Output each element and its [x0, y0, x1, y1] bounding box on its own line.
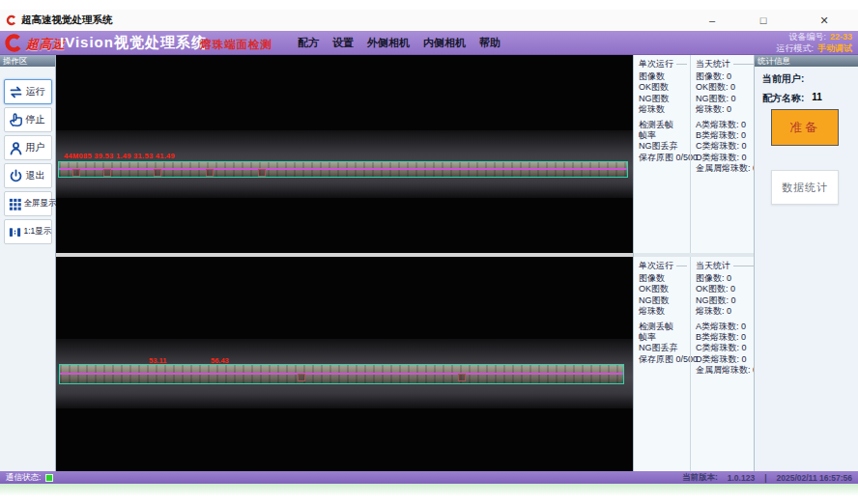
- status-bar: 通信状态: 当前版本: 1.0.123 | 2025/02/11 16:57:5…: [0, 471, 858, 484]
- detection-roi-box: [59, 364, 624, 384]
- stat-row: 金属屑熔珠数: 0: [696, 163, 758, 174]
- app-window: 超高速视觉处理系统 – □ ✕ 超高速 IVision视觉处理系统 熔珠端面检测…: [0, 0, 858, 504]
- stat-row: 图像数: 0: [696, 273, 758, 284]
- stat-row: 图像数: 0: [696, 71, 758, 82]
- stat-row: 熔珠数: 0: [696, 306, 758, 317]
- main-menu: 配方设置外侧相机内侧相机帮助: [298, 31, 500, 54]
- comm-status-indicator: [45, 474, 53, 482]
- device-number-row: 设备编号: 22-33: [776, 32, 852, 43]
- stat-row: 检测丢帧: [639, 322, 690, 332]
- status-separator: |: [764, 473, 766, 483]
- outer-camera-stats: 单次运行 图像数OK图数NG图数熔珠数检测丢帧帧率NG图丢弃保存原图 0/500…: [634, 55, 754, 253]
- stat-row: NG图丢弃: [639, 141, 690, 152]
- prepare-button[interactable]: 准备: [771, 109, 839, 146]
- menu-item[interactable]: 外侧相机: [367, 36, 410, 50]
- stat-row: 帧率: [639, 332, 690, 343]
- menu-item[interactable]: 配方: [298, 36, 319, 50]
- comm-status-label: 通信状态:: [6, 472, 41, 484]
- inner-camera-stats: 单次运行 图像数OK图数NG图数熔珠数检测丢帧帧率NG图丢弃保存原图 0/500…: [634, 257, 754, 471]
- stat-row: 检测丢帧: [639, 120, 690, 130]
- stat-row: NG图数: 0: [696, 94, 758, 104]
- stat-row: NG图数: [639, 94, 690, 104]
- stat-row: OK图数: [639, 82, 690, 93]
- datetime: 2025/02/11 16:57:56: [777, 473, 852, 483]
- stat-row: 图像数: [639, 71, 690, 82]
- measurement-annotation: 44M085 39.53 1.49 31.53 41.49: [64, 152, 175, 160]
- one-to-one-button[interactable]: 1:1显示: [4, 219, 52, 244]
- inner-camera-view: 53.11 56.43: [56, 257, 633, 471]
- version-value: 1.0.123: [728, 473, 755, 483]
- centerline-overlay: [60, 373, 623, 375]
- stat-row: 保存原图 0/500: [639, 153, 690, 163]
- run-mode-value: 手动调试: [817, 43, 852, 55]
- stop-button[interactable]: 停止: [4, 107, 52, 132]
- stat-row: B类熔珠数: 0: [696, 332, 758, 343]
- app-subtitle: 熔珠端面检测: [200, 38, 272, 52]
- recipe-name-value: 11: [812, 92, 822, 105]
- defect-marker: [154, 169, 161, 177]
- single-run-column: 单次运行 图像数OK图数NG图数熔珠数检测丢帧帧率NG图丢弃保存原图 0/500: [634, 257, 690, 471]
- power-icon: [8, 168, 24, 184]
- stat-row: 熔珠数: [639, 306, 690, 317]
- stat-row: 图像数: [639, 273, 690, 284]
- stat-row: 熔珠数: [639, 104, 690, 115]
- user-button[interactable]: 用户: [4, 135, 52, 160]
- one-to-one-icon: [8, 225, 22, 239]
- menu-item[interactable]: 设置: [332, 36, 354, 50]
- operation-sidebar: 操作区 运行 停止 用户: [0, 55, 56, 471]
- recipe-name-row: 配方名称: 11: [762, 92, 858, 105]
- data-statistics-button[interactable]: 数据统计: [771, 170, 839, 205]
- single-run-header: 单次运行: [639, 58, 690, 70]
- user-icon: [8, 140, 24, 156]
- stat-row: 帧率: [639, 130, 690, 141]
- stat-row: A类熔珠数: 0: [696, 120, 758, 130]
- status-bar-right: 当前版本: 1.0.123 | 2025/02/11 16:57:56: [682, 472, 852, 484]
- centerline-overlay: [59, 168, 627, 170]
- app-title: IVision视觉处理系统: [60, 34, 207, 52]
- single-run-column: 单次运行 图像数OK图数NG图数熔珠数检测丢帧帧率NG图丢弃保存原图 0/500: [634, 55, 690, 253]
- fullscreen-button[interactable]: 全屏显示: [4, 191, 52, 216]
- stat-row: NG图丢弃: [639, 343, 690, 353]
- stat-row: D类熔珠数: 0: [696, 354, 758, 365]
- defect-marker: [206, 169, 214, 177]
- stat-row: NG图数: [639, 295, 690, 306]
- stat-row: NG图数: 0: [696, 295, 758, 306]
- stat-row: OK图数: 0: [696, 82, 758, 93]
- daily-stats-column: 当天统计 图像数: 0OK图数: 0NG图数: 0熔珠数: 0A类熔珠数: 0B…: [690, 257, 758, 471]
- defect-marker: [72, 169, 80, 177]
- maximize-button[interactable]: □: [755, 12, 772, 29]
- stat-row: A类熔珠数: 0: [696, 322, 758, 332]
- close-button[interactable]: ✕: [815, 12, 833, 29]
- defect-marker: [458, 374, 466, 381]
- stat-row: D类熔珠数: 0: [696, 153, 758, 163]
- daily-stats-column: 当天统计 图像数: 0OK图数: 0NG图数: 0熔珠数: 0A类熔珠数: 0B…: [690, 55, 758, 253]
- stat-row: 熔珠数: 0: [696, 104, 758, 115]
- outer-camera-view: 44M085 39.53 1.49 31.53 41.49: [56, 55, 633, 253]
- menu-item[interactable]: 帮助: [479, 36, 500, 50]
- stat-row: C类熔珠数: 0: [696, 141, 758, 152]
- sidebar-buttons: 运行 停止 用户 退出: [0, 79, 55, 244]
- current-user-row: 当前用户:: [762, 72, 858, 86]
- stop-hand-icon: [8, 112, 24, 128]
- minimize-button[interactable]: –: [703, 12, 721, 29]
- device-number-label: 设备编号:: [788, 32, 826, 43]
- run-mode-row: 运行模式: 手动调试: [776, 43, 852, 55]
- recipe-name-label: 配方名称:: [762, 92, 804, 105]
- stat-row: 金属屑熔珠数: 0: [696, 365, 758, 376]
- fullscreen-grid-icon: [8, 197, 22, 211]
- sidebar-title: 操作区: [0, 55, 55, 67]
- exit-button[interactable]: 退出: [4, 163, 52, 188]
- defect-marker: [258, 169, 266, 177]
- defect-marker: [298, 374, 305, 381]
- window-title: 超高速视觉处理系统: [21, 14, 113, 27]
- version-label: 当前版本:: [682, 472, 718, 484]
- camera-view-area: 44M085 39.53 1.49 31.53 41.49 53.11 56.4…: [56, 55, 633, 471]
- run-button[interactable]: 运行: [4, 79, 52, 104]
- daily-stats-header: 当天统计: [696, 260, 758, 271]
- run-mode-label: 运行模式:: [776, 43, 814, 55]
- menu-item[interactable]: 内侧相机: [423, 36, 466, 50]
- detection-roi-box: [58, 161, 628, 178]
- desktop-strip: [0, 484, 858, 504]
- window-titlebar: 超高速视觉处理系统 – □ ✕: [0, 10, 858, 31]
- run-icon: [8, 84, 24, 100]
